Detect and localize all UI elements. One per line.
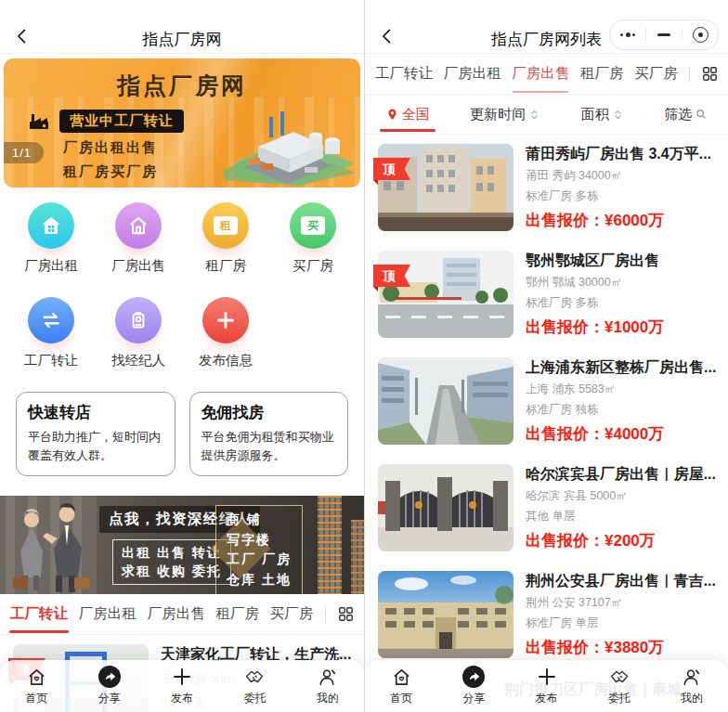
listing-item-shanghai[interactable]: 上海浦东新区整栋厂房出售... 上海 浦东 5583㎡ 标准厂房 独栋 出售报价… xyxy=(365,348,728,455)
businessmen-illustration xyxy=(0,496,97,594)
banner-badge: 营业中工厂转让 xyxy=(59,110,184,133)
listing-item-jingzhou[interactable]: 荆州公安县厂房出售｜青吉... 荆州 公安 37107㎡ 标准厂房 单层 出售报… xyxy=(365,562,728,668)
building-decoration xyxy=(351,520,364,594)
quick-icon-publish[interactable]: 发布信息 xyxy=(199,297,253,369)
handshake-icon xyxy=(243,666,266,688)
divider xyxy=(689,66,690,83)
agent-banner-categories: 商 铺 写字楼 工厂 厂房 仓库 土地 xyxy=(215,505,303,594)
quick-icon-factory-sale[interactable]: 厂房出售 xyxy=(111,202,165,275)
magnifier-icon xyxy=(695,108,708,121)
tabbar-home[interactable]: 首页 xyxy=(0,667,72,706)
listing-attrs: 标准厂房 独栋 xyxy=(526,402,717,415)
listing-location: 荆州 公安 37107㎡ xyxy=(526,595,717,608)
listing-location: 鄂州 鄂城 30000㎡ xyxy=(526,275,717,288)
quick-icon-find-agent[interactable]: 找经纪人 xyxy=(111,297,165,369)
listing-title: 莆田秀屿厂房出售 3.4万平... xyxy=(526,145,717,161)
region-filter[interactable]: 全国 xyxy=(385,106,430,123)
listing-item-putian[interactable]: 顶 莆田秀屿厂房出售 3.4万平... 莆田 秀屿 34000㎡ 标准厂房 多栋… xyxy=(365,135,728,241)
house-rent-icon xyxy=(28,202,74,249)
category-grid-icon[interactable] xyxy=(337,605,355,623)
page-title: 指点厂房网 xyxy=(56,29,308,50)
tabbar-mine[interactable]: 我的 xyxy=(292,667,364,706)
tab-rent-factory[interactable]: 租厂房 xyxy=(214,604,260,624)
right-header: 指点厂房网列表 xyxy=(365,0,728,54)
quick-icon-rent-factory[interactable]: 租 租厂房 xyxy=(202,202,249,275)
left-category-tabs: 工厂转让 厂房出租 厂房出售 租厂房 买厂房 xyxy=(0,594,364,635)
tabbar-entrust[interactable]: 委托 xyxy=(218,666,291,706)
listing-photo xyxy=(378,357,514,445)
quick-icon-grid: 厂房出租 厂房出售 租 租厂房 买 买厂房 工厂转让 找经纪人 xyxy=(0,188,364,369)
listing-photo: 顶 xyxy=(378,251,514,338)
quick-icon-factory-transfer[interactable]: 工厂转让 xyxy=(24,297,78,369)
house-sale-icon xyxy=(115,202,162,249)
tabbar-share[interactable]: 分享 xyxy=(72,666,145,706)
tab-factory-rent[interactable]: 厂房出租 xyxy=(443,64,502,84)
tab-rent-factory[interactable]: 租厂房 xyxy=(579,64,625,84)
listing-price: 出售报价：¥1000万 xyxy=(526,317,717,338)
ribbon-fold xyxy=(373,287,378,291)
user-icon xyxy=(681,667,702,688)
share-icon xyxy=(98,666,121,688)
tabbar-share[interactable]: 分享 xyxy=(437,666,510,706)
listing-item-harbin[interactable]: 哈尔滨宾县厂房出售｜房屋... 哈尔滨 宾县 5000㎡ 其他 单层 出售报价：… xyxy=(365,455,728,562)
minimize-button[interactable] xyxy=(646,20,682,49)
handshake-icon xyxy=(608,666,630,688)
listing-attrs: 其他 单层 xyxy=(526,509,717,522)
tab-factory-transfer[interactable]: 工厂转让 xyxy=(374,64,434,84)
tabbar-home[interactable]: 首页 xyxy=(365,667,437,706)
filter-bar: 全国 更新时间 面积 筛选 xyxy=(365,95,728,135)
quick-icon-factory-rent[interactable]: 厂房出租 xyxy=(24,202,78,275)
sort-time-filter[interactable]: 更新时间 xyxy=(470,106,540,123)
back-icon[interactable] xyxy=(378,27,396,45)
listing-price: 出售报价：¥4000万 xyxy=(526,423,717,445)
tab-factory-sale[interactable]: 厂房出售 xyxy=(511,64,570,84)
listing-photo xyxy=(378,464,514,551)
publish-plus-icon xyxy=(171,666,193,688)
close-circle-button[interactable] xyxy=(682,20,718,49)
listing-title: 上海浦东新区整栋厂房出售... xyxy=(526,358,717,374)
tabbar-publish[interactable]: 发布 xyxy=(510,666,582,706)
listing-location: 上海 浦东 5583㎡ xyxy=(526,382,717,395)
agent-banner[interactable]: 点我，找资深经纪人 出租 出售 转让 求租 收购 委托 商 铺 写字楼 工厂 厂… xyxy=(0,496,364,594)
user-icon xyxy=(317,667,338,688)
agent-badge-icon xyxy=(115,297,162,343)
hero-banner[interactable]: 指点厂房网 营业中工厂转让 厂房出租出售 租厂房买厂房 1/1 xyxy=(4,58,360,188)
factory-icon xyxy=(28,112,52,131)
quick-icon-buy-factory[interactable]: 买 买厂房 xyxy=(290,202,336,275)
buy-ticket-icon: 买 xyxy=(290,202,336,249)
more-filters[interactable]: 筛选 xyxy=(664,106,708,123)
tabbar-entrust[interactable]: 委托 xyxy=(583,666,656,706)
listing-attrs: 标准厂房 单层 xyxy=(526,615,717,628)
promo-card-no-commission[interactable]: 免佣找房 平台免佣为租赁和买物业提供房源服务。 xyxy=(189,392,349,476)
more-menu-button[interactable] xyxy=(610,20,645,49)
listing-price: 出售报价：¥200万 xyxy=(526,530,717,551)
share-icon xyxy=(462,666,485,688)
swap-arrows-icon xyxy=(28,297,74,343)
category-grid-icon[interactable] xyxy=(701,65,719,83)
promo-card-quick-transfer[interactable]: 快速转店 平台助力推广，短时间内覆盖有效人群。 xyxy=(16,392,176,476)
right-category-tabs: 工厂转让 厂房出租 厂房出售 租厂房 买厂房 xyxy=(365,54,728,95)
listing-photo: 顶 xyxy=(378,144,514,231)
listing-attrs: 标准厂房 多栋 xyxy=(526,295,717,308)
miniprogram-capsule xyxy=(609,19,719,50)
rent-ticket-icon: 租 xyxy=(202,202,249,249)
promo-cards: 快速转店 平台助力推广，短时间内覆盖有效人群。 免佣找房 平台免佣为租赁和买物业… xyxy=(0,369,364,482)
tabbar-publish[interactable]: 发布 xyxy=(146,666,218,706)
tab-buy-factory[interactable]: 买厂房 xyxy=(269,604,315,624)
ribbon-fold xyxy=(373,180,378,185)
listing-price: 出售报价：¥3880万 xyxy=(526,637,717,658)
area-filter[interactable]: 面积 xyxy=(581,106,624,123)
tabbar-mine[interactable]: 我的 xyxy=(656,667,728,706)
tab-buy-factory[interactable]: 买厂房 xyxy=(633,64,679,84)
left-header: 指点厂房网 xyxy=(0,0,364,54)
tab-factory-transfer[interactable]: 工厂转让 xyxy=(9,604,69,624)
screen-home: 指点厂房网 指点厂房网 营业中工厂转让 厂房出租出售 租厂房买厂房 1/1 xyxy=(0,0,364,712)
tab-factory-rent[interactable]: 厂房出租 xyxy=(78,604,137,624)
two-screen-composite: 指点厂房网 指点厂房网 营业中工厂转让 厂房出租出售 租厂房买厂房 1/1 xyxy=(0,0,728,712)
home-icon xyxy=(391,667,412,688)
plus-icon xyxy=(202,297,249,343)
listing-item-ezhou[interactable]: 顶 鄂州鄂城区厂房出售 鄂州 鄂城 30000㎡ 标准厂房 多栋 出售报价：¥1… xyxy=(365,241,728,348)
back-icon[interactable] xyxy=(13,27,32,45)
listing-attrs: 标准厂房 多栋 xyxy=(526,188,717,201)
tab-factory-sale[interactable]: 厂房出售 xyxy=(147,604,206,624)
